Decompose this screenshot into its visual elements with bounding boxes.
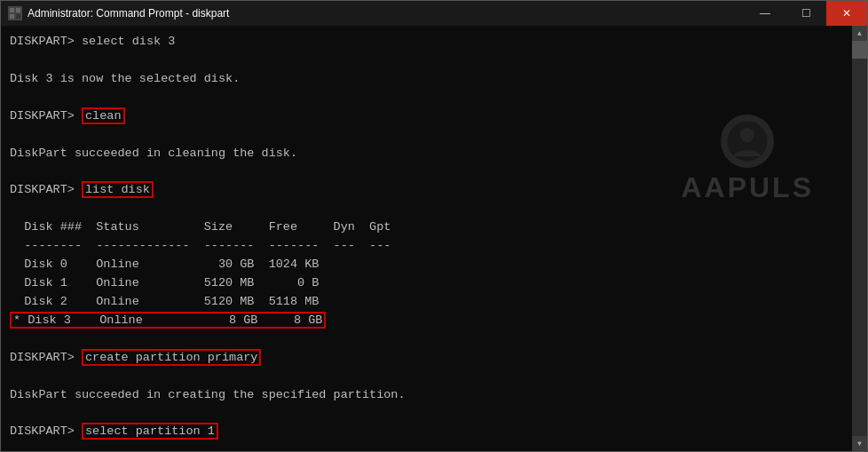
terminal-line: Disk 2 Online 5120 MB 5118 MB <box>10 293 858 312</box>
terminal-line: DISKPART> select partition 1 <box>10 423 858 441</box>
terminal-line: Disk 1 Online 5120 MB 0 B <box>10 274 858 293</box>
terminal-line <box>10 89 858 107</box>
svg-rect-1 <box>16 8 20 12</box>
terminal-line: Disk 0 Online 30 GB 1024 KB <box>10 256 858 274</box>
minimize-button[interactable]: — <box>745 1 785 26</box>
window-title: Administrator: Command Prompt - diskpart <box>28 7 860 20</box>
terminal-line <box>10 126 858 145</box>
terminal-line <box>10 368 858 386</box>
terminal-line: Disk ### Status Size Free Dyn Gpt <box>10 218 858 237</box>
terminal-line: -------- ------------- ------- ------- -… <box>10 237 858 256</box>
terminal-line <box>10 200 858 218</box>
terminal-line: DISKPART> list disk <box>10 181 858 200</box>
window-icon <box>8 6 22 20</box>
scrollbar-thumb[interactable] <box>852 41 867 59</box>
scrollbar-track[interactable] <box>852 41 867 436</box>
terminal-line: DISKPART> create partition primary <box>10 349 858 368</box>
command-highlight: list disk <box>82 181 154 198</box>
terminal-line: DISKPART> clean <box>10 107 858 126</box>
terminal-line: DiskPart succeeded in creating the speci… <box>10 386 858 405</box>
terminal-line <box>10 163 858 181</box>
command-highlight: select partition 1 <box>82 423 218 440</box>
terminal-line <box>10 404 858 423</box>
svg-rect-0 <box>10 8 14 12</box>
terminal-body[interactable]: AAPULS DISKPART> select disk 3 Disk 3 is… <box>1 26 867 451</box>
close-button[interactable]: ✕ <box>826 1 867 26</box>
terminal-line <box>10 330 858 349</box>
disk3-row-highlight: * Disk 3 Online 8 GB 8 GB <box>10 312 326 329</box>
terminal-line <box>10 441 858 451</box>
command-highlight: create partition primary <box>82 349 261 366</box>
terminal-line <box>10 52 858 70</box>
scrollbar-up-button[interactable]: ▲ <box>852 26 867 41</box>
terminal-line: Disk 3 is now the selected disk. <box>10 70 858 89</box>
scrollbar-down-button[interactable]: ▼ <box>852 436 867 451</box>
main-window: Administrator: Command Prompt - diskpart… <box>0 0 868 452</box>
terminal-line: DISKPART> select disk 3 <box>10 33 858 52</box>
svg-rect-3 <box>16 14 20 19</box>
scrollbar[interactable]: ▲ ▼ <box>852 26 867 451</box>
window-controls: — ☐ ✕ <box>745 1 867 26</box>
title-bar: Administrator: Command Prompt - diskpart… <box>1 1 867 26</box>
maximize-button[interactable]: ☐ <box>785 1 826 26</box>
terminal-line: DiskPart succeeded in cleaning the disk. <box>10 145 858 163</box>
command-highlight: clean <box>82 107 125 124</box>
terminal-line-disk3: * Disk 3 Online 8 GB 8 GB <box>10 312 858 330</box>
svg-rect-2 <box>10 14 14 19</box>
